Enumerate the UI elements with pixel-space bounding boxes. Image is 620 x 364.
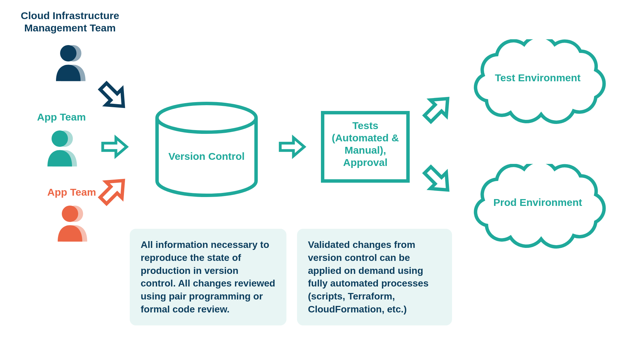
svg-point-1	[60, 45, 76, 61]
arrow-app1-to-vc	[96, 131, 133, 164]
arrow-app2-to-vc	[94, 172, 131, 211]
version-control-label: Version Control	[152, 150, 261, 163]
arrow-vc-to-tests	[273, 131, 311, 164]
prod-env-cloud	[463, 164, 613, 257]
team-label-app-1: App Team	[27, 111, 96, 123]
arrow-tests-to-test-env	[418, 90, 456, 129]
person-icon-app-2	[50, 201, 90, 244]
svg-point-5	[62, 206, 78, 222]
svg-point-3	[52, 130, 68, 147]
arrow-cloud-to-vc	[94, 77, 131, 116]
svg-point-6	[157, 103, 256, 132]
person-icon-app-1	[39, 126, 80, 169]
test-env-label: Test Environment	[488, 72, 587, 84]
team-label-cloud-infra: Cloud Infrastructure Management Team	[10, 10, 130, 34]
test-env-cloud	[463, 39, 613, 133]
prod-env-label: Prod Environment	[488, 196, 587, 209]
info-box-right: Validated changes from version control c…	[297, 229, 452, 325]
info-box-left: All information necessary to reproduce t…	[130, 229, 286, 325]
tests-label: Tests (Automated & Manual), Approval	[324, 120, 406, 169]
person-icon-cloud-infra	[48, 41, 89, 83]
arrow-tests-to-prod-env	[418, 160, 456, 199]
